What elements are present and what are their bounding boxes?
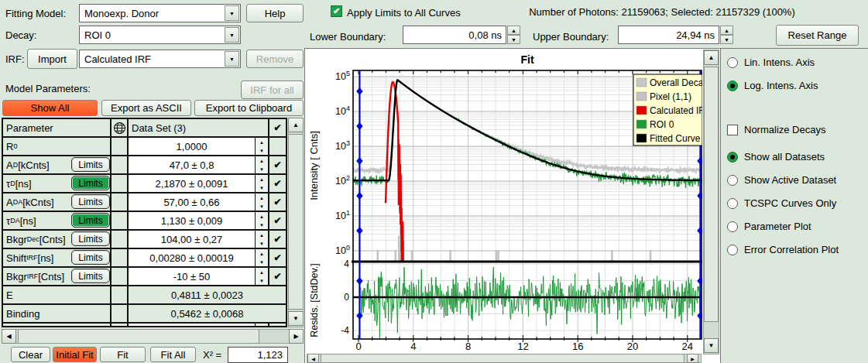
- option-tcspc-curves-only[interactable]: TCSPC Curves Only: [727, 197, 836, 209]
- option-normalize-decays[interactable]: Normalize Decays: [727, 124, 825, 135]
- apply-limits-checkbox[interactable]: ✔: [331, 5, 342, 17]
- remove-irf-button[interactable]: Remove: [246, 50, 304, 68]
- radio-icon[interactable]: [727, 80, 738, 91]
- param-value[interactable]: 0,00280 ± 0,00019: [129, 249, 256, 266]
- radio-icon[interactable]: [727, 221, 738, 232]
- export-clipboard-button[interactable]: Export to Clipboard: [194, 100, 304, 116]
- limits-button[interactable]: Limits: [71, 157, 110, 172]
- decay-dropdown[interactable]: ROI 0 ▼: [79, 26, 241, 44]
- value-spinner[interactable]: ▲▼: [256, 138, 269, 155]
- table-vscroll-thumb[interactable]: [288, 134, 304, 310]
- clear-button[interactable]: Clear: [11, 347, 50, 362]
- option-error-correlation-plot[interactable]: Error Correlation Plot: [727, 244, 839, 255]
- import-irf-button[interactable]: Import: [27, 49, 77, 69]
- limits-button[interactable]: Limits: [71, 194, 110, 209]
- limits-button[interactable]: Limits: [71, 269, 110, 283]
- radio-icon[interactable]: [727, 57, 738, 68]
- value-spinner[interactable]: ▲▼: [256, 231, 269, 248]
- fitting-model-dropdown[interactable]: Monoexp. Donor ▼: [79, 4, 241, 22]
- value-spinner[interactable]: ▲▼: [256, 175, 269, 192]
- header-checkbox[interactable]: ✔: [269, 119, 286, 136]
- svg-text:Fitted Curve: Fitted Curve: [650, 133, 701, 144]
- value-spinner[interactable]: ▲▼: [256, 212, 269, 229]
- irf-dropdown[interactable]: Calculated IRF ▼: [79, 50, 241, 68]
- row-checkbox[interactable]: ✔: [269, 193, 286, 211]
- row-checkbox[interactable]: [269, 324, 286, 327]
- lower-boundary-spinner[interactable]: ▲▼: [507, 26, 520, 44]
- param-name: ShiftIRF[ns]Limits: [3, 249, 112, 266]
- value-spinner[interactable]: ▲▼: [256, 249, 269, 266]
- table-scroll-left-icon[interactable]: ◀: [2, 329, 16, 344]
- param-value[interactable]: -10 ± 50: [129, 268, 256, 285]
- value-spinner[interactable]: ▲▼: [256, 324, 269, 327]
- radio-icon[interactable]: [727, 152, 738, 163]
- globe-icon[interactable]: [112, 119, 129, 136]
- param-gap-cell: [112, 324, 129, 327]
- irf-label: IRF:: [5, 53, 25, 65]
- row-checkbox[interactable]: [269, 138, 286, 155]
- row-checkbox[interactable]: ✔: [269, 175, 286, 192]
- table-scroll-up-icon[interactable]: ▲: [288, 118, 304, 132]
- param-row: E0,4811 ± 0,0023: [3, 286, 286, 305]
- svg-text:Pixel (1,1): Pixel (1,1): [650, 91, 691, 102]
- chevron-down-icon[interactable]: ▼: [225, 5, 239, 21]
- param-value[interactable]: 2,1870 ± 0,0091: [129, 175, 256, 192]
- table-scroll-down-icon[interactable]: ▼: [288, 311, 304, 326]
- fit-button[interactable]: Fit: [100, 347, 146, 362]
- limits-button[interactable]: Limits: [71, 176, 110, 190]
- option-log-intens-axis[interactable]: Log. Intens. Axis: [727, 80, 818, 91]
- upper-boundary-spinner[interactable]: ▲▼: [720, 26, 733, 44]
- param-value[interactable]: 1,0000: [129, 138, 256, 155]
- plot-scroll-up-icon[interactable]: ▲: [704, 50, 719, 65]
- plot-vscroll-thumb[interactable]: [704, 67, 719, 322]
- option-parameter-plot[interactable]: Parameter Plot: [727, 221, 811, 232]
- lower-boundary-input[interactable]: 0,08 ns: [403, 26, 506, 44]
- plot-scroll-right-icon[interactable]: ▶: [687, 354, 698, 363]
- value-spinner[interactable]: ▲▼: [256, 156, 269, 173]
- radio-icon[interactable]: [727, 175, 738, 186]
- chevron-down-icon[interactable]: ▼: [225, 27, 239, 43]
- initial-fit-button[interactable]: Initial Fit: [53, 347, 97, 362]
- reset-range-button[interactable]: Reset Range: [776, 25, 859, 46]
- help-button[interactable]: Help: [246, 4, 304, 22]
- chevron-down-icon[interactable]: ▼: [225, 51, 239, 67]
- row-checkbox[interactable]: ✔: [269, 268, 286, 285]
- row-checkbox[interactable]: ✔: [269, 212, 286, 229]
- table-scroll-right-icon[interactable]: ▶: [289, 329, 304, 344]
- table-hscroll-thumb[interactable]: [18, 329, 259, 344]
- option-lin-intens-axis[interactable]: Lin. Intens. Axis: [727, 57, 815, 68]
- param-value[interactable]: 57,00 ± 0,66: [129, 193, 256, 211]
- radio-icon[interactable]: [727, 198, 738, 209]
- plot-scroll-down-icon[interactable]: ▼: [704, 338, 719, 353]
- export-ascii-button[interactable]: Export as ASCII: [101, 100, 191, 116]
- svg-text:104: 104: [335, 104, 350, 117]
- param-value: 0,5462 ± 0,0068: [129, 305, 286, 322]
- limits-button[interactable]: Limits: [71, 250, 110, 265]
- option-show-all-datasets[interactable]: Show all Datasets: [727, 151, 825, 163]
- fit-plot[interactable]: 10010110210310410540-404812162024FitInte…: [305, 49, 702, 354]
- radio-icon[interactable]: [727, 245, 738, 255]
- row-checkbox[interactable]: ✔: [269, 249, 286, 266]
- limits-button[interactable]: Limits: [71, 213, 110, 228]
- plot-scroll-left-icon[interactable]: ◀: [307, 354, 319, 363]
- row-checkbox[interactable]: ✔: [269, 156, 286, 173]
- option-label: Error Correlation Plot: [744, 244, 839, 255]
- param-row: τDA[ns]Limits1,130 ± 0,009▲▼✔: [3, 212, 286, 231]
- param-value[interactable]: 104,00 ± 0,27: [129, 231, 256, 248]
- plot-hscroll-thumb[interactable]: [321, 354, 684, 363]
- param-value[interactable]: [129, 324, 256, 327]
- upper-boundary-input[interactable]: 24,94 ns: [618, 26, 719, 44]
- fit-all-button[interactable]: Fit All: [150, 347, 196, 362]
- value-spinner[interactable]: ▲▼: [256, 268, 269, 285]
- svg-text:Resids. [StdDev.]: Resids. [StdDev.]: [309, 263, 320, 337]
- row-checkbox[interactable]: ✔: [269, 231, 286, 248]
- irf-for-all-button[interactable]: IRF for all: [241, 80, 304, 99]
- fluofit-window: Fitting Model: Monoexp. Donor ▼ Help ✔ A…: [0, 0, 868, 363]
- option-show-active-dataset[interactable]: Show Active Dataset: [727, 174, 836, 186]
- param-value[interactable]: 1,130 ± 0,009: [129, 212, 256, 229]
- value-spinner[interactable]: ▲▼: [256, 193, 269, 211]
- show-all-button[interactable]: Show All: [2, 100, 98, 116]
- checkbox-icon[interactable]: [727, 125, 738, 135]
- limits-button[interactable]: Limits: [71, 231, 110, 246]
- param-value[interactable]: 47,0 ± 0,8: [129, 156, 256, 173]
